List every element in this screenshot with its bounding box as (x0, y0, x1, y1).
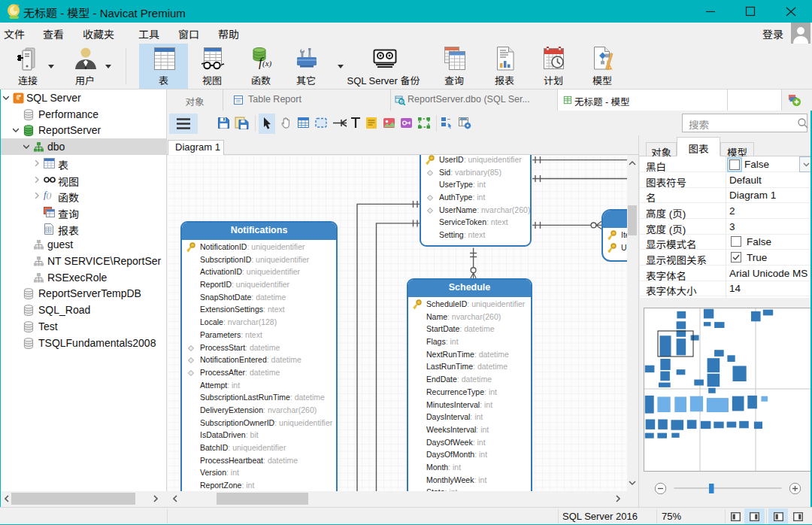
svg-text:(x): (x) (262, 59, 272, 68)
